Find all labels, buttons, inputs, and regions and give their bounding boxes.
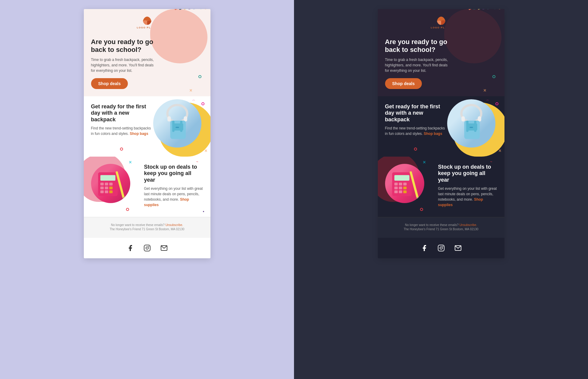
svg-rect-47	[484, 9, 491, 9]
svg-rect-49	[474, 9, 487, 9]
svg-rect-23	[180, 120, 182, 132]
supplies-body-dark: Get everything on your list with great l…	[438, 186, 497, 208]
svg-rect-0	[208, 9, 210, 10]
svg-rect-17	[167, 116, 171, 121]
supplies-title-light: Stock up on deals to keep you going all …	[144, 164, 203, 183]
hero-body-light: Time to grab a fresh backpack, pencils, …	[91, 57, 157, 73]
footer-text-light: No longer want to receive these emails? …	[91, 223, 203, 227]
facebook-icon-dark[interactable]	[419, 243, 429, 253]
svg-rect-22	[172, 120, 175, 132]
deco-x-1: ×	[189, 88, 192, 93]
instagram-icon-dark[interactable]	[436, 243, 446, 253]
supplies-title-dark: Stock up on deals to keep you going all …	[438, 164, 497, 183]
hero-content-dark: Are you ready to go back to school? Time…	[385, 38, 451, 89]
svg-rect-28	[109, 183, 112, 185]
hero-section-dark: LOGO PLACE Are you ready to go back to s…	[378, 9, 504, 96]
supplies-image-light	[91, 164, 139, 203]
social-strip-dark	[378, 238, 504, 258]
svg-rect-62	[469, 127, 473, 128]
supplies-body-light: Get everything on your list with great l…	[144, 186, 203, 208]
supplies-content-light: Stock up on deals to keep you going all …	[144, 164, 203, 208]
email-icon-dark[interactable]	[453, 243, 463, 253]
deco-circle-6	[495, 102, 498, 105]
svg-rect-70	[394, 186, 397, 189]
backpack-content-dark: Get ready for the first day with a new b…	[385, 104, 447, 136]
deco-squiggle-4: ~	[490, 160, 492, 164]
backpack-section-dark: Get ready for the first day with a new b…	[378, 96, 504, 157]
svg-rect-18	[184, 116, 187, 121]
svg-rect-14	[154, 9, 179, 10]
deco-arc-4: ⌒	[486, 99, 489, 104]
svg-rect-34	[109, 190, 112, 193]
backpack-image-dark	[447, 99, 504, 157]
dark-panel: LOGO PLACE Are you ready to go back to s…	[294, 0, 588, 379]
hero-title-dark: Are you ready to go back to school?	[385, 38, 451, 54]
deco-x-5: ×	[498, 148, 501, 154]
svg-rect-73	[394, 190, 397, 193]
supplies-image-dark	[385, 164, 433, 203]
svg-rect-29	[100, 186, 103, 189]
email-card-light: LOGO PLACE Are you ready to go back to s…	[84, 9, 210, 258]
footer-light: No longer want to receive these emails? …	[84, 217, 210, 238]
svg-rect-12	[162, 9, 183, 10]
deco-circle-4	[126, 208, 129, 211]
svg-rect-78	[438, 245, 444, 251]
svg-marker-36	[122, 197, 125, 201]
svg-rect-31	[109, 186, 112, 189]
footer-address-light: The Honeybee's Friend 71 Green St Bostom…	[91, 228, 203, 231]
svg-rect-74	[399, 190, 402, 193]
deco-x-4: ×	[483, 88, 486, 93]
svg-rect-59	[478, 116, 481, 121]
deco-squiggle-2: ~	[196, 160, 198, 164]
deco-circle-3	[120, 148, 123, 151]
svg-rect-41	[502, 9, 504, 10]
svg-rect-58	[461, 116, 465, 121]
svg-rect-75	[403, 190, 406, 193]
svg-rect-6	[190, 9, 197, 9]
hero-content-light: Are you ready to go back to school? Time…	[91, 38, 157, 89]
svg-rect-67	[394, 183, 397, 185]
svg-point-39	[148, 246, 149, 247]
backpack-title-light: Get ready for the first day with a new b…	[91, 104, 153, 123]
deco-circle-7	[414, 148, 417, 151]
deco-x-2: ×	[204, 148, 207, 154]
svg-rect-55	[448, 9, 473, 10]
svg-marker-77	[416, 197, 419, 201]
email-card-dark: LOGO PLACE Are you ready to go back to s…	[378, 9, 504, 258]
svg-rect-53	[456, 9, 477, 10]
svg-point-79	[440, 247, 442, 249]
footer-dark: No longer want to receive these emails? …	[378, 217, 504, 238]
svg-rect-26	[100, 183, 103, 185]
backpack-content-light: Get ready for the first day with a new b…	[91, 104, 153, 136]
shop-bags-link-light[interactable]: Shop bags	[130, 132, 148, 136]
social-strip-light	[84, 238, 210, 258]
supplies-section-light: Stock up on deals to keep you going all …	[84, 157, 210, 217]
backpack-title-dark: Get ready for the first day with a new b…	[385, 104, 447, 123]
svg-rect-37	[144, 245, 150, 251]
svg-rect-25	[100, 175, 115, 180]
shop-deals-button-dark[interactable]: Shop deals	[385, 78, 422, 89]
supplies-section-dark: Stock up on deals to keep you going all …	[378, 157, 504, 217]
facebook-icon-light[interactable]	[125, 243, 135, 253]
svg-rect-27	[105, 183, 108, 185]
svg-rect-64	[474, 120, 476, 132]
svg-rect-68	[399, 183, 402, 185]
backpack-section-light: Get ready for the first day with a new b…	[84, 96, 210, 157]
supplies-content-dark: Stock up on deals to keep you going all …	[438, 164, 497, 208]
svg-rect-69	[403, 183, 406, 185]
deco-circle-5	[492, 75, 495, 78]
deco-arc-2: ⌒	[192, 99, 195, 104]
svg-rect-21	[175, 127, 179, 128]
unsubscribe-link-light[interactable]: Unsubscribe.	[166, 223, 183, 227]
hero-body-dark: Time to grab a fresh backpack, pencils, …	[385, 57, 451, 73]
svg-rect-32	[100, 190, 103, 193]
svg-rect-8	[180, 9, 193, 9]
backpack-image-light	[153, 99, 210, 157]
email-icon-light[interactable]	[159, 243, 169, 253]
unsubscribe-link-dark[interactable]: Unsubscribe.	[460, 223, 477, 227]
shop-deals-button-light[interactable]: Shop deals	[91, 78, 128, 89]
shop-bags-link-dark[interactable]: Shop bags	[424, 132, 442, 136]
instagram-icon-light[interactable]	[142, 243, 152, 253]
hero-title-light: Are you ready to go back to school?	[91, 38, 157, 54]
svg-rect-63	[466, 120, 469, 132]
